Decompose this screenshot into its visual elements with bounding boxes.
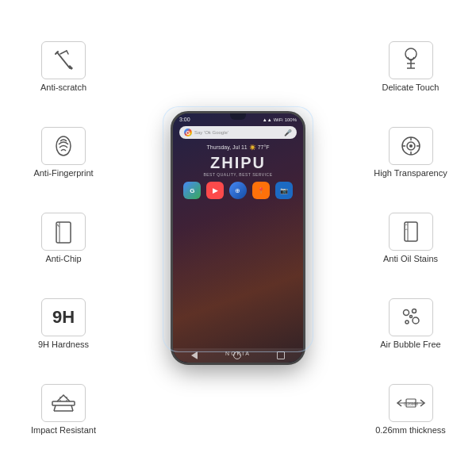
9h-text: 9H [52, 309, 75, 326]
google-logo: G [184, 129, 192, 136]
svg-line-4 [67, 51, 68, 54]
recents-button [277, 351, 285, 359]
feature-delicate-touch: Delicate Touch [353, 41, 468, 92]
air-bubble-free-icon [397, 303, 425, 332]
feature-anti-fingerprint: Anti-Fingerprint [8, 127, 119, 178]
thickness-label: 0.26mm thickness [375, 425, 446, 435]
feature-anti-scratch: Anti-scratch [8, 41, 119, 92]
brand-name: ZHIPU [173, 154, 303, 172]
svg-rect-8 [52, 401, 75, 405]
phone-screen: 3:00 ▲▲ WiFi 100% G Say 'Ok Google' 🎤 [173, 113, 303, 363]
phone-wrapper: 3:00 ▲▲ WiFi 100% G Say 'Ok Google' 🎤 [171, 111, 305, 365]
high-transparency-icon [397, 132, 425, 160]
feature-air-bubble-free: Air Bubble Free [353, 298, 468, 349]
google-icon: G [183, 182, 201, 199]
feature-anti-oil-stains: Anti Oil Stains [353, 213, 468, 263]
anti-oil-stains-label: Anti Oil Stains [383, 254, 438, 263]
search-placeholder: Say 'Ok Google' [194, 130, 282, 135]
anti-fingerprint-icon-box [41, 127, 86, 165]
anti-oil-stains-icon [397, 217, 425, 246]
phone: 3:00 ▲▲ WiFi 100% G Say 'Ok Google' 🎤 [171, 111, 305, 365]
svg-point-31 [409, 316, 412, 318]
main-container: Anti-scratch Anti-Fingerprint [0, 0, 476, 476]
svg-rect-25 [405, 222, 417, 241]
impact-resistant-label: Impact Resistant [31, 425, 96, 435]
anti-chip-icon-box [41, 213, 86, 251]
anti-chip-icon [49, 217, 78, 246]
status-icons: ▲▲ WiFi 100% [263, 117, 297, 122]
high-transparency-icon-box [389, 127, 433, 165]
chrome-icon: ⊕ [229, 182, 247, 199]
mic-icon: 🎤 [284, 129, 292, 136]
air-bubble-free-icon-box [389, 298, 433, 336]
search-bar[interactable]: G Say 'Ok Google' 🎤 [179, 126, 297, 139]
svg-line-0 [57, 52, 70, 68]
9h-hardness-icon-box: 9H [41, 298, 86, 336]
features-left: Anti-scratch Anti-Fingerprint [8, 0, 119, 476]
svg-point-14 [405, 48, 416, 60]
time: 3:00 [179, 117, 190, 122]
air-bubble-free-label: Air Bubble Free [380, 340, 440, 349]
svg-line-3 [60, 51, 67, 54]
svg-line-9 [54, 405, 56, 411]
phone-notch [230, 113, 246, 120]
anti-fingerprint-icon [49, 132, 78, 160]
feature-impact-resistant: Impact Resistant [8, 384, 119, 435]
thickness-icon-box: 0.26MM [389, 384, 433, 422]
date-weather: Thursday, Jul 11 ☀️ 77°F [173, 141, 303, 152]
anti-scratch-label: Anti-scratch [40, 83, 86, 92]
anti-chip-label: Anti-Chip [45, 254, 81, 263]
svg-point-30 [405, 321, 409, 324]
app-icons-row: G ▶ ⊕ 📍 📷 [173, 177, 303, 202]
impact-resistant-icon-box [41, 384, 86, 422]
back-button [191, 351, 198, 359]
delicate-touch-icon [397, 46, 425, 75]
svg-point-24 [409, 144, 413, 148]
camera-icon: 📷 [275, 182, 293, 199]
anti-scratch-icon-box [41, 41, 86, 79]
anti-fingerprint-label: Anti-Fingerprint [33, 168, 93, 178]
delicate-touch-icon-box [389, 41, 433, 79]
svg-line-10 [71, 405, 73, 411]
delicate-touch-label: Delicate Touch [382, 83, 440, 92]
feature-thickness: 0.26MM 0.26mm thickness [353, 384, 468, 435]
svg-point-29 [413, 317, 419, 324]
feature-anti-chip: Anti-Chip [8, 213, 119, 263]
thickness-icon: 0.26MM [393, 389, 428, 417]
nokia-label: NOKIA [225, 351, 251, 356]
maps-icon: 📍 [252, 182, 270, 199]
feature-high-transparency: High Transparency [353, 127, 468, 178]
high-transparency-label: High Transparency [374, 168, 447, 178]
anti-scratch-icon [49, 46, 78, 75]
features-right: Delicate Touch High Transparency [353, 0, 468, 476]
date-text: Thursday, Jul 11 ☀️ 77°F [173, 144, 303, 151]
impact-resistant-icon [48, 389, 79, 417]
feature-9h-hardness: 9H 9H Hardness [8, 298, 119, 349]
anti-oil-stains-icon-box [389, 213, 433, 251]
svg-text:0.26MM: 0.26MM [403, 401, 417, 406]
svg-point-28 [412, 309, 416, 313]
svg-point-27 [403, 310, 409, 316]
9h-hardness-label: 9H Hardness [38, 340, 89, 349]
play-icon: ▶ [206, 182, 224, 199]
